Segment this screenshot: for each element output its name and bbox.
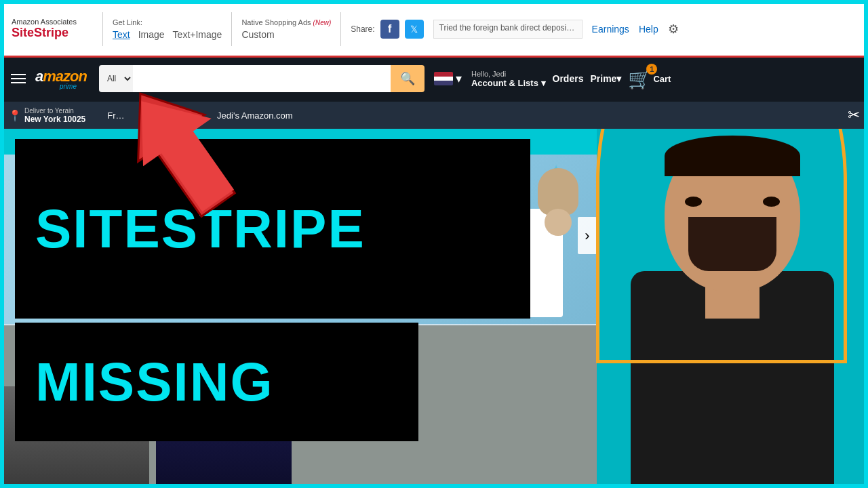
get-link-section: Get Link: Text Image Text+Image bbox=[113, 18, 222, 40]
hamburger-line-1 bbox=[11, 74, 26, 75]
missing-overlay-box: MISSING bbox=[15, 323, 418, 441]
sitestripe-name: SiteStripe bbox=[12, 26, 93, 40]
settings-icon[interactable]: ⚙ bbox=[668, 22, 679, 37]
search-icon: 🔍 bbox=[400, 72, 415, 85]
cart-count-badge: 1 bbox=[646, 64, 657, 75]
prime-label: prime bbox=[60, 83, 77, 90]
deliver-to-label: Deliver to Yerain bbox=[24, 107, 85, 115]
prime-button[interactable]: Prime ▾ bbox=[590, 73, 621, 84]
divider-2 bbox=[231, 12, 232, 46]
facebook-share-button[interactable]: f bbox=[380, 20, 399, 39]
search-category-dropdown[interactable]: All bbox=[99, 65, 133, 92]
animal-head bbox=[545, 209, 572, 236]
carousel-next-button[interactable]: › bbox=[578, 217, 597, 254]
hamburger-line-2 bbox=[11, 78, 26, 79]
new-badge: (New) bbox=[313, 19, 332, 26]
orders-button[interactable]: Orders bbox=[553, 73, 584, 84]
person-head bbox=[665, 136, 800, 291]
link-options: Text Image Text+Image bbox=[113, 29, 222, 40]
account-section[interactable]: Hello, Jedi Account & Lists ▾ bbox=[471, 70, 546, 88]
native-ads-top-label: Native Shopping Ads (New) bbox=[241, 18, 331, 26]
chevron-down-icon: ▾ bbox=[456, 71, 462, 86]
red-arrow-graphic bbox=[129, 68, 305, 244]
location-pin-icon: 📍 bbox=[8, 109, 22, 122]
nav2-fresh[interactable]: Fr… bbox=[104, 110, 127, 121]
sitestripe-brand: Amazon Associates SiteStripe bbox=[12, 18, 93, 40]
share-label: Share: bbox=[351, 24, 374, 34]
scissors-icon: ✂ bbox=[848, 106, 860, 124]
earnings-link[interactable]: Earnings bbox=[592, 24, 629, 35]
hello-greeting: Hello, Jedi bbox=[471, 70, 546, 78]
facebook-icon: f bbox=[388, 23, 391, 35]
animal-figure bbox=[532, 168, 583, 249]
location-text: Deliver to Yerain New York 10025 bbox=[24, 107, 85, 124]
nav2-right-icons: ✂ bbox=[848, 106, 860, 124]
us-flag-icon bbox=[434, 72, 453, 85]
link-text-image-option[interactable]: Text+Image bbox=[173, 29, 222, 40]
twitter-icon: 𝕏 bbox=[410, 24, 418, 35]
share-section: Share: f 𝕏 bbox=[351, 20, 423, 39]
divider-1 bbox=[102, 12, 103, 46]
native-ads-label: Native Shopping Ads bbox=[241, 18, 311, 26]
help-link[interactable]: Help bbox=[639, 24, 658, 35]
account-chevron: ▾ bbox=[541, 78, 546, 88]
search-button[interactable]: 🔍 bbox=[391, 65, 425, 92]
twitter-share-button[interactable]: 𝕏 bbox=[405, 20, 424, 39]
native-ads-section: Native Shopping Ads (New) Custom bbox=[241, 18, 331, 40]
sitestripe-bar: Amazon Associates SiteStripe Get Link: T… bbox=[0, 0, 868, 58]
get-link-label: Get Link: bbox=[113, 18, 222, 26]
hamburger-line-3 bbox=[11, 82, 26, 83]
person-body-container bbox=[610, 129, 854, 488]
person-eye-left bbox=[685, 197, 702, 207]
amazon-logo[interactable]: amazon prime bbox=[35, 68, 87, 90]
person-hair bbox=[665, 136, 800, 176]
missing-overlay-text: MISSING bbox=[35, 351, 274, 413]
cart-icon-wrapper: 🛒 1 bbox=[628, 68, 652, 90]
hamburger-menu[interactable] bbox=[8, 71, 28, 86]
person-beard bbox=[688, 217, 776, 271]
account-lists-label: Account & Lists ▾ bbox=[471, 78, 546, 88]
native-ads-custom[interactable]: Custom bbox=[241, 29, 331, 40]
link-text-option[interactable]: Text bbox=[113, 29, 130, 40]
prime-chevron: ▾ bbox=[616, 73, 621, 84]
person-eye-right bbox=[763, 197, 780, 207]
cart-section[interactable]: 🛒 1 Cart bbox=[628, 68, 671, 90]
share-text-preview: Tried the foreign bank direct deposit y.… bbox=[433, 20, 583, 39]
amazon-associates-label: Amazon Associates bbox=[12, 18, 93, 26]
divider-3 bbox=[340, 12, 341, 46]
cart-label: Cart bbox=[653, 74, 671, 84]
link-image-option[interactable]: Image bbox=[138, 29, 165, 40]
location-section[interactable]: 📍 Deliver to Yerain New York 10025 bbox=[8, 107, 85, 124]
language-selector[interactable]: ▾ bbox=[434, 71, 462, 86]
location-name: New York 10025 bbox=[24, 115, 85, 124]
